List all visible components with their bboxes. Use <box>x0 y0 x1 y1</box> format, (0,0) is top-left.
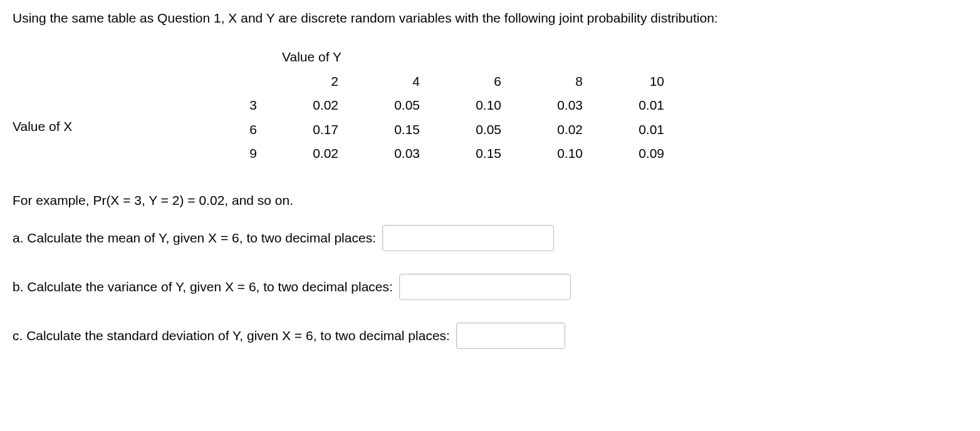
question-a-text: a. Calculate the mean of Y, given X = 6,… <box>13 229 376 247</box>
answer-a-input[interactable] <box>382 225 554 251</box>
prob-cell: 0.09 <box>583 142 664 165</box>
y-col-header: 6 <box>420 70 501 93</box>
table-row: 9 0.02 0.03 0.15 0.10 0.09 <box>150 142 664 165</box>
question-a: a. Calculate the mean of Y, given X = 6,… <box>13 225 967 251</box>
question-b-text: b. Calculate the variance of Y, given X … <box>13 278 393 296</box>
question-b: b. Calculate the variance of Y, given X … <box>13 274 967 300</box>
y-col-header: 2 <box>257 70 338 93</box>
prob-cell: 0.17 <box>257 118 338 142</box>
prob-cell: 0.05 <box>420 118 501 142</box>
prob-cell: 0.03 <box>501 93 583 117</box>
prob-cell: 0.15 <box>420 142 501 165</box>
prob-cell: 0.05 <box>338 93 420 117</box>
joint-distribution-table: Value of X Value of Y 2 4 6 8 10 3 0.02 … <box>13 45 967 165</box>
prob-cell: 0.02 <box>257 93 338 117</box>
prob-cell: 0.10 <box>501 142 583 165</box>
answer-b-input[interactable] <box>399 274 571 300</box>
y-col-header: 8 <box>501 70 583 93</box>
answer-c-input[interactable] <box>456 323 565 349</box>
x-row-header: 3 <box>150 93 257 117</box>
prob-cell: 0.03 <box>338 142 420 165</box>
prob-cell: 0.01 <box>583 118 664 142</box>
prob-cell: 0.10 <box>420 93 501 117</box>
question-c: c. Calculate the standard deviation of Y… <box>13 323 967 349</box>
question-lead: Using the same table as Question 1, X an… <box>13 9 967 28</box>
x-axis-label: Value of X <box>13 75 150 136</box>
y-col-header: 10 <box>583 70 664 93</box>
y-axis-label: Value of Y <box>257 45 664 69</box>
x-row-header: 9 <box>150 142 257 165</box>
example-text: For example, Pr(X = 3, Y = 2) = 0.02, an… <box>13 191 967 210</box>
y-col-header: 4 <box>338 70 420 93</box>
table-row: 6 0.17 0.15 0.05 0.02 0.01 <box>150 118 664 142</box>
prob-cell: 0.02 <box>257 142 338 165</box>
prob-cell: 0.01 <box>583 93 664 117</box>
question-c-text: c. Calculate the standard deviation of Y… <box>13 326 450 345</box>
prob-cell: 0.02 <box>501 118 583 142</box>
prob-cell: 0.15 <box>338 118 420 142</box>
table-row: 3 0.02 0.05 0.10 0.03 0.01 <box>150 93 664 117</box>
x-row-header: 6 <box>150 118 257 142</box>
